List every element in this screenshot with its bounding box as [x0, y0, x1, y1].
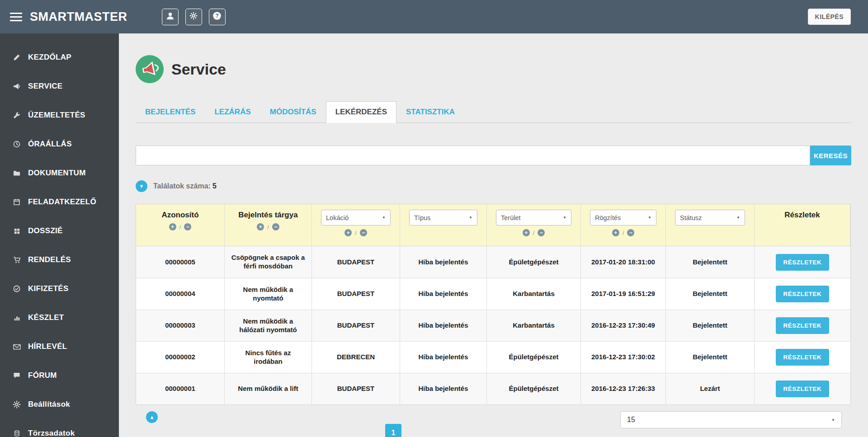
table-row: 00000002 Nincs fűtés az irodában DEBRECE… [136, 341, 850, 373]
sidebar-item[interactable]: DOKUMENTUM [0, 159, 119, 188]
details-button[interactable]: RÉSZLETEK [776, 381, 830, 397]
filter-select-value: Rögzítés [595, 214, 621, 221]
cell-subject: Csöpögnek a csapok a férfi mosdóban [225, 246, 312, 278]
sidebar-item[interactable]: SERVICE [0, 72, 119, 101]
chevron-down-icon: ▼ [736, 216, 740, 220]
table-header-cell: Terület ▼ + / − [487, 204, 581, 246]
topbar: SMARTMASTER ? KILÉPÉS [0, 0, 868, 33]
sort-ascending-button[interactable]: + [344, 229, 352, 236]
logout-button[interactable]: KILÉPÉS [808, 9, 851, 25]
cell-type: Hiba bejelentés [400, 310, 487, 341]
cell-location: BUDAPEST [312, 373, 400, 404]
sidebar-item[interactable]: DOSSZIÉ [0, 216, 119, 245]
column-filter-select[interactable]: Terület ▼ [496, 210, 571, 226]
cell-status: Bejelentett [666, 342, 755, 373]
column-label: Bejelntés tárgya [238, 211, 297, 220]
details-button[interactable]: RÉSZLETEK [776, 286, 830, 302]
topbar-icon-button[interactable] [162, 9, 179, 25]
filter-select-value: Típus [414, 214, 430, 221]
cell-subject: Nincs fűtés az irodában [225, 342, 312, 373]
sort-descending-button[interactable]: − [627, 229, 634, 236]
chevron-down-icon: ▼ [648, 216, 651, 220]
sort-ascending-button[interactable]: + [257, 223, 264, 230]
table-header-cell: Bejelntés tárgya + / − [225, 204, 312, 246]
cell-location: BUDAPEST [312, 278, 400, 310]
sidebar-item-label: KÉSZLET [28, 313, 64, 322]
page-title: Service [171, 61, 226, 78]
sidebar-item[interactable]: KÉSZLET [0, 303, 119, 332]
sort-ascending-button[interactable]: + [523, 229, 530, 236]
sidebar-item[interactable]: KIFIZETÉS [0, 274, 119, 303]
tab[interactable]: LEKÉRDEZÉS [326, 101, 396, 123]
tab[interactable]: LEZÁRÁS [205, 101, 260, 123]
sidebar-item[interactable]: RENDELÉS [0, 245, 119, 274]
topbar-button-icon [166, 12, 175, 22]
cell-status: Bejelentett [666, 246, 755, 278]
sort-descending-button[interactable]: − [360, 229, 367, 236]
sidebar-item-label: KEZDŐLAP [28, 53, 71, 62]
sidebar-item[interactable]: ÓRAÁLLÁS [0, 130, 119, 159]
pagination-page-button[interactable]: 1 [385, 424, 401, 437]
sort-descending-button[interactable]: − [272, 223, 279, 230]
hamburger-menu-icon[interactable] [10, 13, 22, 21]
sidebar-item[interactable]: Beállítások [0, 390, 119, 419]
sort-ascending-button[interactable]: + [612, 229, 619, 236]
sort-descending-button[interactable]: − [538, 229, 545, 236]
details-button[interactable]: RÉSZLETEK [776, 349, 830, 366]
sidebar-item[interactable]: ÜZEMELTETÉS [0, 101, 119, 130]
topbar-icon-button[interactable] [185, 9, 202, 25]
topbar-icon-buttons: ? [162, 9, 226, 25]
cell-recorded: 2017-01-20 18:31:00 [581, 246, 666, 278]
sidebar-item-icon [12, 285, 21, 292]
sort-descending-button[interactable]: − [184, 223, 191, 230]
sidebar-item-icon [12, 315, 21, 321]
cell-details: RÉSZLETEK [755, 310, 850, 341]
details-button[interactable]: RÉSZLETEK [776, 317, 830, 334]
sidebar-item[interactable]: FÓRUM [0, 361, 119, 390]
search-button[interactable]: KERESÉS [810, 146, 851, 165]
scroll-up-arrow-icon[interactable]: ▲ [146, 411, 158, 423]
sidebar-item-icon [12, 256, 21, 264]
sidebar-item-label: DOSSZIÉ [28, 226, 63, 235]
column-filter-select[interactable]: Típus ▼ [409, 210, 477, 226]
tab[interactable]: BEJELENTÉS [136, 101, 205, 123]
column-filter-select[interactable]: Státusz ▼ [675, 210, 745, 226]
cell-status: Bejelentett [666, 310, 755, 341]
filter-select-value: Lokáció [326, 214, 349, 221]
sidebar-item-icon [12, 430, 21, 437]
sidebar-item-label: FELADATKEZELŐ [28, 197, 96, 207]
sidebar-item-icon [12, 141, 21, 148]
column-filter-select[interactable]: Lokáció ▼ [321, 210, 391, 226]
collapse-down-arrow-icon[interactable]: ▼ [136, 180, 147, 192]
cell-recorded: 2016-12-23 17:30:49 [581, 310, 666, 341]
chevron-down-icon: ▼ [831, 418, 835, 422]
sidebar-item-label: ÜZEMELTETÉS [28, 111, 85, 120]
app-title: SMARTMASTER [30, 10, 127, 24]
column-filter-select[interactable]: Rögzítés ▼ [590, 210, 656, 226]
cell-type: Hiba bejelentés [400, 373, 487, 404]
cell-subject: Nem működik a hálózati nyomtató [225, 310, 312, 341]
cell-type: Hiba bejelentés [400, 342, 487, 373]
sort-ascending-button[interactable]: + [169, 223, 176, 230]
chevron-down-icon: ▼ [563, 216, 566, 220]
topbar-icon-button[interactable]: ? [209, 9, 226, 25]
sidebar-item[interactable]: FELADATKEZELŐ [0, 188, 119, 216]
megaphone-icon [136, 55, 164, 83]
results-count-text: Találatok száma:5 [153, 182, 217, 190]
results-label: Találatok száma: [153, 182, 211, 190]
sidebar-item[interactable]: Törzsadatok [0, 419, 119, 437]
page-size-select[interactable]: 15 ▼ [620, 411, 842, 428]
filter-select-value: Státusz [680, 214, 702, 221]
tab[interactable]: MÓDOSÍTÁS [260, 101, 326, 123]
sidebar-item-label: Törzsadatok [28, 429, 75, 437]
sidebar-item[interactable]: KEZDŐLAP [0, 43, 119, 72]
details-button[interactable]: RÉSZLETEK [776, 254, 830, 271]
search-input[interactable] [136, 146, 810, 165]
sidebar-item-icon [12, 198, 21, 206]
tab[interactable]: STATISZTIKA [396, 101, 464, 123]
search-bar: KERESÉS [136, 146, 851, 165]
cell-details: RÉSZLETEK [755, 373, 850, 404]
sidebar-item[interactable]: HÍRLEVÉL [0, 332, 119, 361]
cell-id: 00000005 [136, 246, 225, 278]
cell-location: BUDAPEST [312, 246, 400, 278]
